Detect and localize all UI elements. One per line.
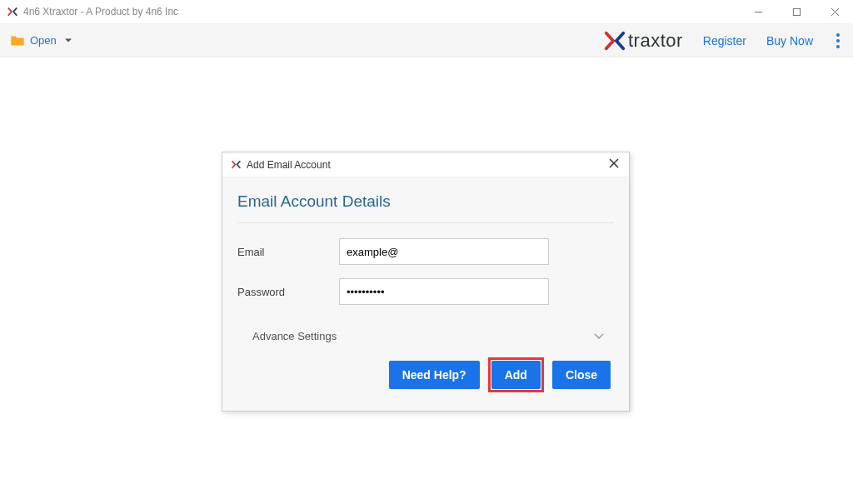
password-row: Password [237, 278, 614, 305]
email-row: Email [237, 238, 614, 265]
more-menu-icon[interactable] [833, 30, 843, 52]
window-controls [746, 2, 846, 21]
email-field[interactable] [339, 238, 549, 265]
dialog-footer: Need Help? Add Close [237, 357, 614, 397]
open-label: Open [30, 34, 57, 47]
add-button-highlight: Add [488, 357, 544, 392]
caret-down-icon [65, 37, 72, 44]
chevron-down-icon [594, 330, 604, 342]
window-titlebar: 4n6 Xtraxtor - A Product by 4n6 Inc [0, 0, 853, 24]
password-field[interactable] [339, 278, 549, 305]
need-help-button[interactable]: Need Help? [389, 361, 480, 389]
maximize-button[interactable] [785, 2, 808, 21]
brand-x-icon [603, 29, 626, 52]
folder-icon [10, 35, 25, 47]
add-button[interactable]: Add [491, 361, 541, 389]
password-label: Password [237, 286, 339, 298]
window-title: 4n6 Xtraxtor - A Product by 4n6 Inc [23, 6, 178, 17]
minimize-button[interactable] [746, 2, 770, 21]
add-email-account-dialog: Add Email Account Email Account Details … [222, 152, 630, 412]
email-label: Email [237, 246, 339, 258]
register-link[interactable]: Register [703, 34, 746, 47]
app-logo-icon [7, 6, 18, 17]
brand-logo: traxtor [603, 29, 683, 52]
main-toolbar: Open traxtor Register Buy Now [0, 24, 853, 57]
svg-rect-1 [793, 8, 800, 15]
buy-now-link[interactable]: Buy Now [766, 34, 813, 47]
dialog-titlebar: Add Email Account [222, 152, 629, 177]
close-button[interactable]: Close [552, 361, 611, 389]
dialog-logo-icon [231, 159, 242, 170]
advance-settings-label: Advance Settings [252, 330, 337, 342]
open-button[interactable]: Open [10, 34, 72, 47]
advance-settings-toggle[interactable]: Advance Settings [237, 318, 614, 357]
close-window-button[interactable] [823, 2, 846, 21]
dialog-body: Email Account Details Email Password Adv… [222, 177, 629, 411]
brand-text: traxtor [628, 30, 683, 52]
dialog-close-button[interactable] [607, 157, 621, 172]
dialog-title: Add Email Account [247, 159, 331, 171]
section-title: Email Account Details [237, 192, 614, 223]
